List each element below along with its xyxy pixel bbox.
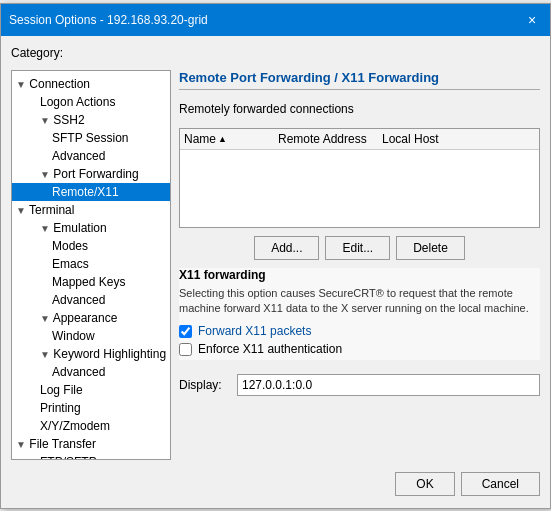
- forward-x11-label: Forward X11 packets: [198, 324, 311, 338]
- table-header: Name ▲ Remote Address Local Host: [180, 129, 539, 150]
- col-addr-header: Remote Address: [278, 132, 378, 146]
- toggle-icon: ▼: [40, 169, 50, 180]
- close-button[interactable]: ×: [522, 10, 542, 30]
- sidebar-item-sftp-session[interactable]: SFTP Session: [12, 129, 170, 147]
- panel-title: Remote Port Forwarding / X11 Forwarding: [179, 70, 540, 90]
- edit-button[interactable]: Edit...: [325, 236, 390, 260]
- title-bar: Session Options - 192.168.93.20-grid ×: [1, 4, 550, 36]
- table-body: [180, 150, 539, 220]
- sidebar-item-advanced-terminal[interactable]: Advanced: [12, 291, 170, 309]
- sidebar-item-appearance[interactable]: ▼ Appearance: [12, 309, 170, 327]
- sidebar-item-xyz-modem[interactable]: X/Y/Zmodem: [12, 417, 170, 435]
- col-name-header: Name ▲: [184, 132, 274, 146]
- add-button[interactable]: Add...: [254, 236, 319, 260]
- forward-x11-checkbox[interactable]: [179, 325, 192, 338]
- sidebar-item-modes[interactable]: Modes: [12, 237, 170, 255]
- category-label: Category:: [11, 46, 540, 60]
- toggle-icon: ▼: [40, 115, 50, 126]
- window-body: Category: ▼ Connection Logon Actions ▼ S…: [1, 36, 550, 508]
- sidebar-item-advanced-ssh2[interactable]: Advanced: [12, 147, 170, 165]
- table-buttons: Add... Edit... Delete: [179, 236, 540, 260]
- connections-table: Name ▲ Remote Address Local Host: [179, 128, 540, 228]
- x11-description: Selecting this option causes SecureCRT® …: [179, 286, 540, 317]
- toggle-icon: ▼: [40, 349, 50, 360]
- sidebar-item-ssh2[interactable]: ▼ SSH2: [12, 111, 170, 129]
- right-panel: Remote Port Forwarding / X11 Forwarding …: [179, 70, 540, 460]
- toggle-icon: ▼: [16, 439, 26, 450]
- sidebar-item-window[interactable]: Window: [12, 327, 170, 345]
- window-title: Session Options - 192.168.93.20-grid: [9, 13, 208, 27]
- sidebar-item-logon-actions[interactable]: Logon Actions: [12, 93, 170, 111]
- sidebar-item-file-transfer[interactable]: ▼ File Transfer: [12, 435, 170, 453]
- toggle-icon: ▼: [40, 313, 50, 324]
- forward-x11-row: Forward X11 packets: [179, 324, 540, 338]
- col-host-header: Local Host: [382, 132, 535, 146]
- ok-button[interactable]: OK: [395, 472, 454, 496]
- session-options-window: Session Options - 192.168.93.20-grid × C…: [0, 3, 551, 509]
- sidebar-item-advanced-kw[interactable]: Advanced: [12, 363, 170, 381]
- main-content: ▼ Connection Logon Actions ▼ SSH2 SFTP S…: [11, 70, 540, 460]
- sidebar-item-connection[interactable]: ▼ Connection: [12, 75, 170, 93]
- sidebar-item-printing[interactable]: Printing: [12, 399, 170, 417]
- sidebar-item-emacs[interactable]: Emacs: [12, 255, 170, 273]
- footer-row: OK Cancel: [11, 468, 540, 498]
- sidebar[interactable]: ▼ Connection Logon Actions ▼ SSH2 SFTP S…: [11, 70, 171, 460]
- toggle-icon: ▼: [16, 79, 26, 90]
- sidebar-item-emulation[interactable]: ▼ Emulation: [12, 219, 170, 237]
- display-row: Display:: [179, 374, 540, 396]
- connections-label: Remotely forwarded connections: [179, 102, 540, 116]
- sidebar-item-terminal[interactable]: ▼ Terminal: [12, 201, 170, 219]
- display-input[interactable]: [237, 374, 540, 396]
- sidebar-item-remote-x11[interactable]: Remote/X11: [12, 183, 170, 201]
- sidebar-item-mapped-keys[interactable]: Mapped Keys: [12, 273, 170, 291]
- sidebar-item-port-forwarding[interactable]: ▼ Port Forwarding: [12, 165, 170, 183]
- enforce-x11-checkbox[interactable]: [179, 343, 192, 356]
- x11-section: X11 forwarding Selecting this option cau…: [179, 268, 540, 361]
- x11-title: X11 forwarding: [179, 268, 540, 282]
- sort-arrow-icon: ▲: [218, 134, 227, 144]
- toggle-icon: ▼: [16, 205, 26, 216]
- sidebar-item-log-file[interactable]: Log File: [12, 381, 170, 399]
- cancel-button[interactable]: Cancel: [461, 472, 540, 496]
- enforce-x11-label: Enforce X11 authentication: [198, 342, 342, 356]
- toggle-icon: ▼: [40, 223, 50, 234]
- sidebar-item-keyword-highlighting[interactable]: ▼ Keyword Highlighting: [12, 345, 170, 363]
- sidebar-item-ftp-sftp[interactable]: FTP/SFTP: [12, 453, 170, 460]
- enforce-x11-row: Enforce X11 authentication: [179, 342, 540, 356]
- delete-button[interactable]: Delete: [396, 236, 465, 260]
- display-label: Display:: [179, 378, 229, 392]
